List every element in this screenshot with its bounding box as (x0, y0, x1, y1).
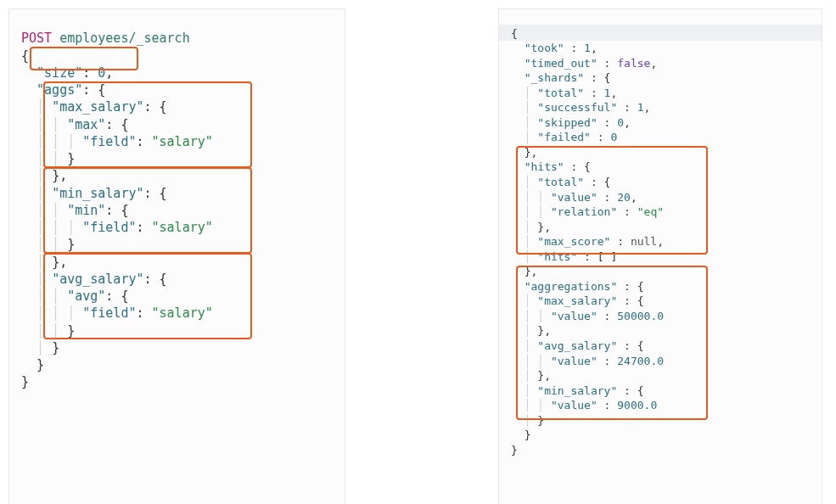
hits-total-value: 20 (617, 191, 631, 204)
max-score-value: null (631, 235, 657, 248)
shards-successful-value: 1 (637, 101, 644, 114)
agg-value-key: "value" (551, 399, 598, 412)
shards-skipped-value: 0 (617, 116, 624, 129)
relation-value: "eq" (637, 205, 664, 218)
size-value: 0 (98, 65, 105, 81)
aggs-key: "aggs" (36, 82, 82, 98)
agg-min-salary-value: 9000.0 (617, 399, 657, 412)
agg-value-key: "value" (551, 355, 598, 367)
request-path: employees/_search (59, 31, 190, 46)
aggregations-key: "aggregations" (525, 280, 618, 293)
field-key: "field" (82, 305, 136, 321)
shards-failed-value: 0 (610, 131, 617, 143)
agg-avg-salary-value: 24700.0 (617, 355, 664, 367)
shards-successful-key: "successful" (537, 101, 617, 114)
relation-key: "relation" (551, 205, 617, 218)
max-salary-key: "max_salary" (52, 99, 143, 115)
shards-skipped-key: "skipped" (537, 116, 597, 129)
agg-avg-salary-key: "avg_salary" (537, 339, 617, 352)
agg-max-salary-key: "max_salary" (537, 294, 617, 307)
agg-min-salary-key: "min_salary" (537, 384, 617, 397)
avg-salary-key: "avg_salary" (52, 272, 143, 287)
field-value: "salary" (152, 134, 213, 149)
shards-key: "_shards" (525, 71, 584, 84)
agg-max-salary-value: 50000.0 (617, 310, 664, 322)
http-method: POST (21, 31, 52, 46)
shards-failed-key: "failed" (537, 131, 591, 143)
timed-out-value: false (617, 57, 650, 70)
field-value: "salary" (152, 220, 213, 235)
size-key: "size" (36, 65, 82, 81)
value-key: "value" (551, 191, 598, 204)
timed-out-key: "timed_out" (525, 57, 598, 70)
min-key: "min" (67, 203, 105, 218)
response-pane: { "took" : 1, "timed_out" : false, "_sha… (498, 8, 822, 504)
field-key: "field" (82, 220, 136, 235)
field-value: "salary" (152, 305, 213, 321)
hits-array-key: "hits" (537, 250, 577, 263)
field-key: "field" (82, 134, 136, 149)
max-score-key: "max_score" (537, 235, 610, 248)
hits-total-key: "total" (537, 176, 584, 188)
request-pane: POST employees/_search { "size": 0, "agg… (8, 8, 345, 504)
took-value: 1 (584, 42, 591, 54)
min-salary-key: "min_salary" (52, 186, 143, 201)
hits-key: "hits" (525, 160, 564, 173)
took-key: "took" (525, 42, 564, 54)
hits-array-value: [ ] (598, 250, 617, 263)
avg-key: "avg" (67, 288, 105, 304)
shards-total-key: "total" (537, 87, 584, 99)
max-key: "max" (67, 117, 105, 132)
agg-value-key: "value" (551, 310, 598, 322)
